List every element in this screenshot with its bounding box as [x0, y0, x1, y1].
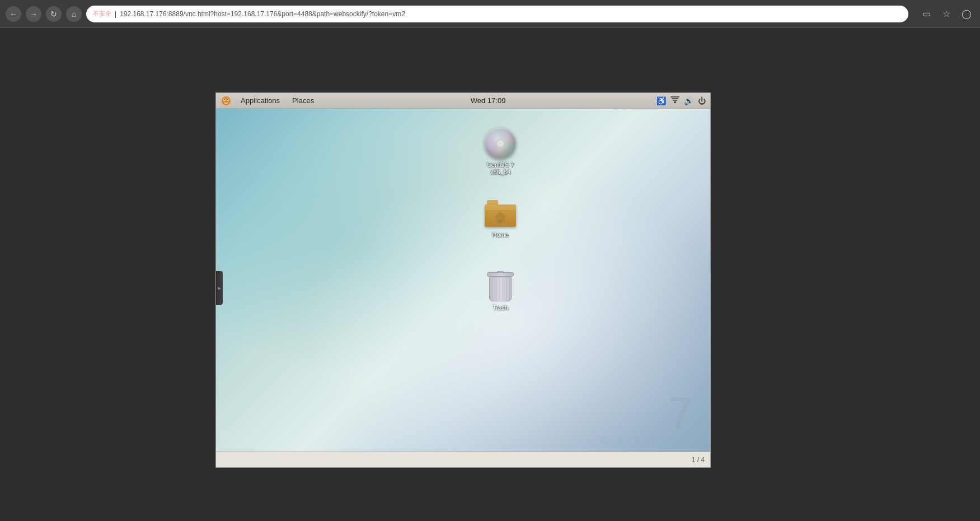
volume-icon[interactable]: 🔊 [684, 96, 693, 105]
home-button[interactable]: ⌂ [66, 6, 82, 22]
gnome-topbar: Applications Places Wed 17:09 ♿ 🔊 [216, 93, 710, 109]
back-button[interactable]: ← [6, 6, 21, 22]
url-text: 192.168.17.176:8889/vnc.html?host=192.16… [120, 10, 405, 18]
trash-body [489, 277, 512, 301]
browser-chrome: ← → ↻ ⌂ 不安全 | 192.168.17.176:8889/vnc.ht… [0, 0, 980, 28]
vnc-window: Applications Places Wed 17:09 ♿ 🔊 [215, 92, 711, 468]
cd-disc [485, 128, 516, 159]
svg-rect-8 [670, 96, 679, 97]
trash-label: Trash [493, 304, 508, 311]
svg-rect-11 [499, 220, 502, 223]
gnome-clock: Wed 17:09 [471, 96, 506, 105]
centos-dvd-label: CentOS 7 x86_64 [480, 161, 521, 176]
centos-version-number: 7 [601, 391, 693, 436]
network-icon[interactable] [670, 96, 679, 105]
address-bar[interactable]: 不安全 | 192.168.17.176:8889/vnc.html?host=… [86, 6, 908, 22]
security-warning: 不安全 [93, 10, 111, 18]
folder-shape [485, 200, 516, 227]
account-button[interactable]: ◯ [959, 6, 974, 22]
gnome-menu: Applications Places [221, 95, 320, 106]
cast-button[interactable]: ▭ [918, 6, 934, 22]
centos-watermark: 7 C E N T O S [601, 391, 693, 445]
svg-rect-5 [674, 101, 676, 103]
trash-icon-img-wrapper [485, 271, 516, 302]
gnome-logo-icon [221, 95, 232, 106]
forward-button[interactable]: → [26, 6, 41, 22]
gnome-tray: ♿ 🔊 ⏻ [657, 96, 706, 105]
applications-menu[interactable]: Applications [235, 95, 285, 106]
centos-dvd-icon[interactable]: CentOS 7 x86_64 [478, 125, 523, 178]
svg-marker-9 [494, 212, 507, 217]
cd-icon-img [485, 128, 516, 159]
vnc-statusbar: 1 / 4 [216, 452, 710, 467]
svg-point-4 [227, 99, 228, 100]
trash-shape [487, 271, 514, 301]
svg-point-0 [222, 96, 231, 105]
side-panel[interactable] [216, 271, 223, 305]
svg-point-3 [224, 99, 225, 100]
page-indicator: 1 / 4 [692, 456, 705, 464]
places-menu[interactable]: Places [287, 95, 320, 106]
url-separator: | [115, 10, 116, 18]
house-svg [493, 211, 508, 224]
desktop[interactable]: CentOS 7 x86_64 [216, 109, 710, 467]
home-folder-label: Home [492, 231, 508, 239]
browser-actions: ▭ ☆ ◯ [918, 6, 974, 22]
reload-button[interactable]: ↻ [46, 6, 62, 22]
trash-icon[interactable]: Trash [478, 268, 523, 314]
trash-lid [487, 272, 514, 277]
home-folder-icon[interactable]: Home [478, 196, 523, 241]
svg-rect-6 [673, 100, 677, 101]
folder-body [485, 204, 516, 227]
folder-icon-img [485, 198, 516, 229]
main-area: Applications Places Wed 17:09 ♿ 🔊 [0, 28, 980, 521]
bookmark-button[interactable]: ☆ [939, 6, 954, 22]
centos-brand-text: C E N T O S [601, 436, 693, 445]
svg-rect-7 [672, 98, 678, 99]
power-icon[interactable]: ⏻ [698, 96, 706, 105]
accessibility-icon[interactable]: ♿ [657, 96, 666, 105]
